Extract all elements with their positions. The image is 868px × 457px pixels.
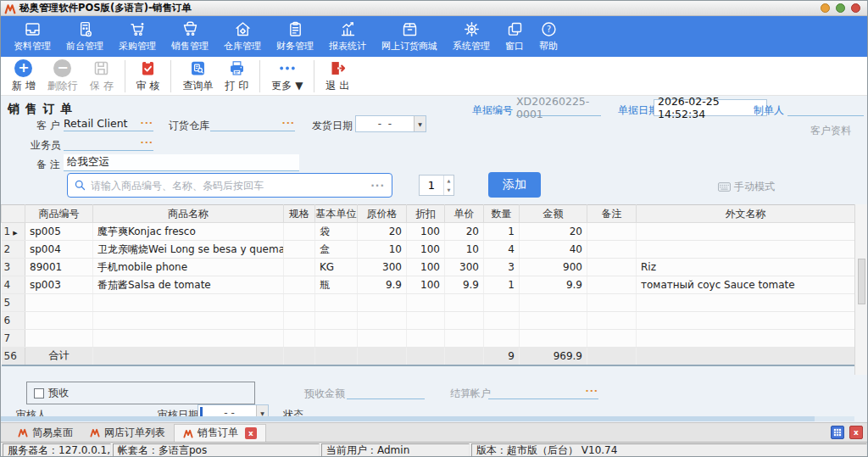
horizontal-scrollbar[interactable] [1, 416, 854, 421]
menu-sales[interactable]: 销售管理 [164, 16, 216, 57]
grid-view-button[interactable] [831, 426, 844, 439]
delete-row-button[interactable]: − 删除行 [42, 58, 84, 95]
cell-unit[interactable]: 袋 [315, 223, 358, 241]
cell-amount[interactable] [520, 312, 587, 330]
cell-discount[interactable]: 100 [407, 259, 445, 276]
cell-foreign_name[interactable] [637, 294, 855, 312]
lookup-ellipsis-icon[interactable]: ··· [140, 137, 153, 148]
cell-name[interactable]: 手机mobile phone [93, 259, 284, 276]
column-header[interactable]: 外文名称 [637, 205, 855, 223]
table-vertical-scrollbar[interactable] [854, 204, 868, 375]
product-search-input[interactable] [91, 180, 370, 192]
cell-unit_price[interactable] [445, 294, 484, 312]
cell-qty[interactable] [484, 294, 520, 312]
menu-finance[interactable]: 财务管理 [269, 16, 321, 57]
panel-close-button[interactable]: x [849, 426, 863, 439]
cell-num[interactable]: 6 [2, 312, 25, 330]
cell-price[interactable]: 10 [358, 241, 407, 259]
cell-code[interactable]: sp003 [25, 276, 93, 294]
cell-spec[interactable] [284, 259, 315, 276]
settle-account-field[interactable]: ··· [488, 383, 598, 399]
customer-info-link[interactable]: 客户资料 [810, 124, 851, 138]
maker-field[interactable] [787, 100, 864, 116]
cell-price[interactable] [358, 348, 407, 365]
customer-field[interactable]: Retail Client··· [64, 115, 153, 131]
cell-price[interactable] [358, 312, 407, 330]
cell-name[interactable] [93, 294, 284, 312]
cell-spec[interactable] [284, 348, 315, 365]
menu-system[interactable]: 系统管理 [445, 16, 498, 57]
cell-price[interactable]: 20 [358, 223, 407, 241]
lookup-ellipsis-icon[interactable]: ··· [585, 386, 598, 397]
quantity-stepper[interactable]: ▲▼ [419, 175, 454, 196]
add-product-button[interactable]: 添加 [488, 172, 541, 198]
column-header[interactable]: 原价格 [358, 205, 407, 223]
doc-date-field[interactable]: 2026-02-25 14:52:34 [654, 99, 767, 116]
cell-foreign_name[interactable] [637, 312, 855, 330]
salesman-field[interactable]: ··· [64, 135, 153, 151]
cell-amount[interactable] [520, 330, 587, 348]
table-total-row[interactable]: 56合计9969.9 [2, 348, 855, 365]
window-close-button[interactable] [851, 3, 860, 13]
cell-unit[interactable] [315, 312, 358, 330]
cell-qty[interactable] [484, 330, 520, 348]
cell-num[interactable]: 2 [2, 241, 25, 259]
column-header[interactable]: 单价 [445, 205, 484, 223]
cell-unit[interactable]: 盒 [315, 241, 358, 259]
menu-reports[interactable]: 报表统计 [321, 16, 374, 57]
cell-unit_price[interactable] [445, 348, 484, 365]
cell-foreign_name[interactable] [637, 241, 855, 259]
new-button[interactable]: + 新 增 [6, 58, 42, 95]
cell-amount[interactable]: 20 [520, 223, 587, 241]
cell-qty[interactable]: 1 [484, 223, 520, 241]
column-header[interactable]: 商品名称 [93, 205, 284, 223]
cell-spec[interactable] [284, 223, 315, 241]
cell-name[interactable] [93, 330, 284, 348]
cell-unit_price[interactable] [445, 312, 484, 330]
cell-spec[interactable] [284, 241, 315, 259]
qty-up-arrow-icon[interactable]: ▲ [444, 176, 453, 186]
cell-name[interactable]: 卫龙亲嘴烧Wei Long se besa y quema [93, 241, 284, 259]
cell-unit[interactable]: 瓶 [315, 276, 358, 294]
cell-num[interactable]: 4 [2, 276, 25, 294]
cell-num[interactable]: 3 [2, 259, 25, 276]
cell-unit[interactable] [315, 330, 358, 348]
cell-remark[interactable] [587, 276, 637, 294]
cell-amount[interactable]: 969.9 [520, 348, 587, 365]
qty-down-arrow-icon[interactable]: ▼ [444, 186, 453, 196]
chevron-down-icon[interactable]: ▼ [414, 116, 426, 131]
cell-unit[interactable] [315, 294, 358, 312]
tab-online-order-list[interactable]: 网店订单列表 [81, 424, 174, 442]
table-empty-row[interactable]: 7 [2, 330, 855, 348]
prepay-checkbox[interactable] [34, 388, 44, 398]
cell-remark[interactable] [587, 312, 637, 330]
table-empty-row[interactable]: 6 [2, 312, 855, 330]
cell-code[interactable] [25, 312, 93, 330]
menu-front-desk[interactable]: 前台管理 [58, 16, 111, 57]
menu-purchase[interactable]: 采购管理 [111, 16, 164, 57]
table-empty-row[interactable]: 5 [2, 294, 855, 312]
cell-price[interactable]: 300 [358, 259, 407, 276]
cell-num[interactable]: 1▶ [2, 223, 25, 241]
more-button[interactable]: 更多 ▼ [265, 58, 309, 95]
scrollbar-thumb[interactable] [1, 416, 815, 421]
cell-qty[interactable]: 9 [484, 348, 520, 365]
cell-unit_price[interactable]: 20 [445, 223, 484, 241]
tab-simple-desktop[interactable]: 简易桌面 [9, 424, 81, 442]
cell-name[interactable]: 番茄酱Salsa de tomate [93, 276, 284, 294]
cell-discount[interactable]: 100 [407, 276, 445, 294]
cell-unit_price[interactable]: 9.9 [445, 276, 484, 294]
cell-unit_price[interactable]: 10 [445, 241, 484, 259]
prepay-amount-field[interactable] [347, 383, 425, 399]
tab-sales-order[interactable]: 销售订单 x [174, 424, 266, 442]
quantity-input[interactable] [420, 176, 443, 195]
menu-window[interactable]: 窗口 [498, 16, 531, 57]
column-header[interactable]: 商品编号 [25, 205, 93, 223]
column-header[interactable]: 备注 [587, 205, 637, 223]
audit-button[interactable]: 审 核 [131, 58, 166, 95]
cell-name[interactable] [93, 348, 284, 365]
ship-date-select[interactable]: - - ▼ [355, 115, 426, 132]
save-button[interactable]: 保 存 [84, 58, 120, 95]
minimize-button[interactable] [821, 3, 830, 13]
cell-code[interactable] [25, 330, 93, 348]
